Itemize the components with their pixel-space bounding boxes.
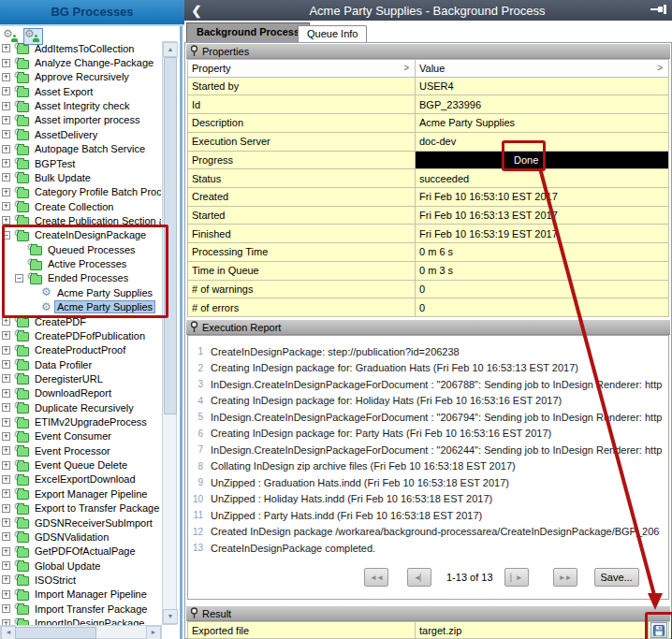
expand-plus-icon[interactable]: + [2,575,10,584]
tree-item[interactable]: +⚙GDSNReceiverSubImport [0,516,161,530]
tree-item[interactable]: +⚙AddItemsToCollection [0,41,161,55]
tree-item[interactable]: −⚙Ended Processes [0,271,161,285]
scroll-up-icon[interactable]: ▲ [163,42,178,57]
expand-plus-icon[interactable]: + [2,461,10,470]
expand-plus-icon[interactable]: + [2,102,10,110]
expand-plus-icon[interactable]: + [2,374,10,383]
collapse-minus-icon[interactable]: − [15,274,23,283]
scroll-right-icon[interactable]: ► [146,626,161,639]
first-page-button[interactable]: ◄◄ [364,568,388,587]
expand-plus-icon[interactable]: + [2,518,10,527]
previous-page-button[interactable]: ◄▏ [407,568,431,587]
expand-plus-icon[interactable]: + [2,547,10,556]
tree-item[interactable]: +⚙DownloadReport [0,386,161,400]
expand-plus-icon[interactable]: + [2,446,10,455]
expand-plus-icon[interactable]: + [2,87,10,95]
expand-plus-icon[interactable]: + [2,561,10,570]
tree-item[interactable]: +⚙ImportInDesignPackage [0,616,161,625]
download-exported-file-button[interactable] [650,622,667,638]
collapse-minus-icon[interactable]: − [2,231,10,240]
expand-plus-icon[interactable]: + [2,145,10,153]
next-page-button[interactable]: ▏► [504,568,529,587]
expand-plus-icon[interactable]: + [2,202,10,211]
tree-item[interactable]: ⚙Active Processes [0,256,161,270]
expand-plus-icon[interactable]: + [2,389,10,398]
expand-plus-icon[interactable]: + [2,403,10,412]
expand-plus-icon[interactable]: + [2,44,10,52]
expand-plus-icon[interactable]: + [2,130,10,138]
tree-item[interactable]: +⚙Bulk Update [0,170,161,184]
panel-splitter[interactable] [178,26,184,639]
property-value-cell: doc-dev [416,133,669,152]
horizontal-scrollbar-thumb[interactable] [15,627,96,639]
tab-background-process[interactable]: Background Process [186,22,310,42]
vertical-scrollbar-thumb[interactable] [164,57,177,414]
expand-plus-icon[interactable]: + [2,418,10,427]
expand-plus-icon[interactable]: + [2,346,10,355]
tree-item[interactable]: +⚙ETIMv2UpgradeProcess [0,414,161,428]
tree-item[interactable]: +⚙Autopage Batch Service [0,142,161,156]
save-report-button[interactable]: Save... [594,568,639,587]
tree-item[interactable]: ⚙Queued Processes [0,242,161,256]
tree-item[interactable]: +⚙ISOStrict [0,573,161,587]
tree-item[interactable]: +⚙Asset Export [0,84,161,98]
tree-item[interactable]: ⚙Acme Party Supplies [0,299,161,313]
tree-item[interactable]: +⚙Asset Integrity check [0,98,161,112]
expand-plus-icon[interactable]: + [2,173,10,182]
expand-plus-icon[interactable]: + [2,59,10,67]
tree-item[interactable]: +⚙CreatePDFofPublication [0,328,161,342]
tree-item[interactable]: +⚙Global Update [0,559,161,573]
tree-item[interactable]: +⚙ExcelExportDownload [0,472,161,487]
tree-item[interactable]: +⚙BGPTest [0,156,161,170]
tree-item[interactable]: +⚙Create Publication Section as copy [0,213,161,227]
tree-item[interactable]: +⚙AssetDelivery [0,127,161,141]
tree-horizontal-scrollbar[interactable]: ◄ ► [0,625,162,639]
tree-item[interactable]: +⚙Category Profile Batch Processes [0,185,161,199]
tree-item[interactable]: +⚙Duplicate Recursively [0,400,161,414]
expand-plus-icon[interactable]: + [2,73,10,81]
tree-item[interactable]: +⚙Analyze Change-Package [0,55,161,69]
tree-item[interactable]: +⚙Event Queue Delete [0,457,161,472]
tree-item[interactable]: +⚙Approve Recursively [0,70,161,84]
tab-queue-info[interactable]: Queue Info [298,25,367,42]
tree-item[interactable]: +⚙GetPDFOfActualPage [0,545,161,559]
expand-plus-icon[interactable]: + [2,360,10,369]
tree-vertical-scrollbar[interactable]: ▲ ▼ [162,41,177,625]
tree-item[interactable]: +⚙Event Processor [0,443,161,457]
expand-plus-icon[interactable]: + [2,504,10,513]
expand-plus-icon[interactable]: + [2,590,10,599]
tree-item[interactable]: ⚙Acme Party Supplies [0,285,161,299]
expand-plus-icon[interactable]: + [2,317,10,326]
column-header-property[interactable]: Property> [188,59,416,78]
expand-plus-icon[interactable]: + [2,331,10,340]
tree-item[interactable]: +⚙Export to Transfer Package [0,501,161,516]
expand-plus-icon[interactable]: + [2,159,10,167]
expand-plus-icon[interactable]: + [2,475,10,484]
tree-item[interactable]: +⚙Create Collection [0,199,161,213]
tree-item[interactable]: +⚙CreateProductProof [0,343,161,357]
tree-item[interactable]: +⚙Export Manager Pipeline [0,487,161,501]
process-folder-icon: ⚙ [14,344,30,356]
scroll-left-icon[interactable]: ◄ [1,626,16,639]
tree-item[interactable]: +⚙CreatePDF [0,314,161,328]
expand-plus-icon[interactable]: + [2,604,10,613]
column-header-value[interactable]: Value> [416,59,669,78]
last-page-button[interactable]: ►► [553,568,577,587]
tree-item[interactable]: +⚙DeregisterURL [0,371,161,385]
expand-plus-icon[interactable]: + [2,532,10,541]
tree-item[interactable]: −⚙CreateInDesignPackage [0,228,161,242]
pin-icon[interactable] [646,4,672,17]
expand-plus-icon[interactable]: + [2,432,10,441]
tree-item[interactable]: +⚙Import Transfer Package [0,602,161,616]
tree-item[interactable]: +⚙Data Profiler [0,357,161,371]
tree-item[interactable]: +⚙Event Consumer [0,429,161,443]
tree-item[interactable]: +⚙GDSNValidation [0,530,161,544]
scroll-down-icon[interactable]: ▼ [163,609,178,624]
tree-item[interactable]: +⚙Import Manager Pipeline [0,588,161,602]
expand-plus-icon[interactable]: + [2,188,10,196]
back-icon[interactable]: ❮ [184,4,209,18]
expand-plus-icon[interactable]: + [2,489,10,498]
tree-item[interactable]: +⚙Asset importer process [0,113,161,127]
expand-plus-icon[interactable]: + [2,216,10,225]
expand-plus-icon[interactable]: + [2,116,10,124]
